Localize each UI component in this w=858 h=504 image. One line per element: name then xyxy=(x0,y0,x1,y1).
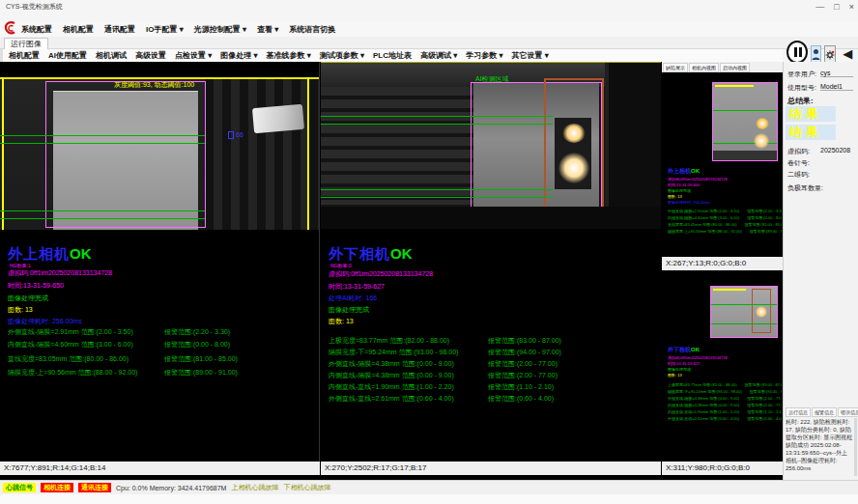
model-field[interactable]: Model1 xyxy=(820,83,853,91)
a: 报警范围:(2.00 - 77.00) xyxy=(747,403,782,407)
a: 报警范围:(1.10 - 2.10) xyxy=(747,409,782,414)
user-icon xyxy=(812,48,820,61)
thumb-measurement-row: 外侧直线-隔膜=2.91mm 范围:(2.00 - 3.50)报警范围:(2.2… xyxy=(668,209,782,213)
measurement-value: 外侧直线-隔膜=4.38mm 范围:(0.00 - 9.00) xyxy=(329,360,454,367)
tab-run-image[interactable]: 运行图像 xyxy=(4,38,48,49)
login-user-field[interactable]: cys xyxy=(820,70,853,77)
bottom-margin xyxy=(0,494,858,504)
measurement-row: 内侧直线-直线=1.90mm 范围:(1.00 - 2.20) 报警范围:(1.… xyxy=(329,382,638,392)
machine-base xyxy=(321,207,661,229)
camera-result-title: 外下相机OK xyxy=(329,245,413,264)
menu-io-config[interactable]: IO手配置 ▾ xyxy=(146,24,184,35)
menu-camera-config[interactable]: 相机配置 xyxy=(63,24,94,35)
upper-camera-image: 灰度阈值:93, 动态阈值:100 66 xyxy=(0,77,320,230)
thumb-elapsed: 图像处理耗时: 256.00ms xyxy=(668,200,780,205)
measurement-row: 上极宽度=83.77mm 范围:(82.00 - 88.00) 报警范围:(83… xyxy=(329,336,638,346)
thumb-count: 图数: 13 xyxy=(668,373,780,378)
tool-advanced-settings[interactable]: 高级设置 xyxy=(135,50,166,61)
thumbnail-upper-camera[interactable]: 外上相机OK 虚拟码:0ff1im20250208133134728 时间:13… xyxy=(662,72,783,257)
tab-defect-display[interactable]: 缺陷展示 xyxy=(663,63,688,72)
thumb-threshold-label xyxy=(713,289,746,291)
tool-baseline-params[interactable]: 基准线参数 ▾ xyxy=(267,50,311,61)
tool-camera-debug[interactable]: 相机调试 xyxy=(96,50,127,61)
machine-column xyxy=(605,62,661,229)
measurement-value: 隔膜宽度-下=95.24mm 范围:(93.00 - 98.00) xyxy=(329,349,458,355)
log-scrollbar[interactable] xyxy=(854,418,857,476)
alarm-range: 报警范围:(1.10 - 2.10) xyxy=(488,382,554,392)
camera-connect-badge: 相机连接 xyxy=(41,483,73,492)
thumb-measurement-row: 直线宽度=83.05mm 范围:(80.00 - 86.00)报警范围:(81.… xyxy=(668,222,782,227)
menu-light-config[interactable]: 光源控制配置 ▾ xyxy=(194,24,246,35)
a: 报警范围:(81.00 - 85.00) xyxy=(744,222,782,227)
tool-spotcheck-settings[interactable]: 点检设置 ▾ xyxy=(175,50,212,61)
machine-slats xyxy=(321,87,473,205)
log-tab-alarm[interactable]: 报警信息 xyxy=(812,407,837,417)
toolbar: 相机配置 AI使用配置 相机调试 高级设置 点检设置 ▾ 图像处理 ▾ 基准线参… xyxy=(0,49,783,62)
close-button[interactable]: × xyxy=(849,0,854,14)
viewport-lower-camera[interactable]: AI检测区域 外下相机OK NG数量:0 虚拟码:0ff1im202502081… xyxy=(321,62,661,462)
thumb-status: 图像处理完成 xyxy=(668,188,780,193)
measure-line xyxy=(321,197,553,198)
reference-line-top xyxy=(321,62,661,63)
ng-count: NG数量:0 xyxy=(330,263,352,268)
pause-button[interactable] xyxy=(786,41,808,64)
tool-learning-params[interactable]: 学习参数 ▾ xyxy=(466,50,502,61)
thumbnail-tabs: 缺陷展示 相机内视图 启动内视图 xyxy=(662,62,783,72)
camera-name: 外上相机 xyxy=(668,168,691,174)
image-background-bands xyxy=(205,77,320,230)
m: 直线宽度=83.05mm 范围:(80.00 - 86.00) xyxy=(668,222,736,227)
tool-plc-address[interactable]: PLC地址表 xyxy=(373,50,412,61)
hand-left-icon: ◀ xyxy=(843,44,852,64)
tool-ai-config[interactable]: AI使用配置 xyxy=(48,50,87,61)
menu-system-config[interactable]: 系统配置 xyxy=(21,24,52,35)
viewport-upper-camera[interactable]: 灰度阈值:93, 动态阈值:100 66 外上相机OK NG数量:1 虚拟码:0… xyxy=(0,62,320,462)
weld-glow xyxy=(754,133,769,149)
qr-code-label: 二维码: xyxy=(787,170,810,180)
tool-image-processing[interactable]: 图像处理 ▾ xyxy=(220,50,257,61)
time-text: 时间:13-31-59-627 xyxy=(329,282,385,292)
upper-camera-coords: X:7677;Y:891;R:14;G:14;B:14 xyxy=(0,462,320,475)
result-box-upper: 结果 xyxy=(786,106,836,122)
tool-other-settings[interactable]: 其它设置 ▾ xyxy=(512,50,549,61)
alarm-range: 报警范围:(0.00 - 8.00) xyxy=(164,340,230,350)
alarm-range: 报警范围:(0.60 - 4.00) xyxy=(488,394,554,404)
thumb-measurement-row: 外侧直线-隔膜=4.38mm 范围:(0.00 - 9.00)报警范围:(2.0… xyxy=(668,396,782,401)
camera-name: 外下相机 xyxy=(329,245,390,262)
measure-line xyxy=(713,110,777,111)
tool-advanced-debug[interactable]: 高级调试 ▾ xyxy=(420,50,457,61)
thumb-measurement-row: 内侧直线-隔膜=4.60mm 范围:(3.00 - 6.00)报警范围:(0.0… xyxy=(668,215,782,220)
window-title: CYS-视觉检测系统 xyxy=(6,2,63,12)
measurement-row: 内侧直线-隔膜=4.60mm 范围:(3.00 - 6.00) 报警范围:(0.… xyxy=(8,340,317,350)
camera-name: 外上相机 xyxy=(8,245,70,262)
thumb-measurement-row: 上极宽度=83.77mm 范围:(82.00 - 88.00)报警范围:(83.… xyxy=(668,382,782,387)
tab-camera-view[interactable]: 相机内视图 xyxy=(689,63,719,72)
menu-language[interactable]: 系统语言切换 xyxy=(289,24,335,35)
measure-line xyxy=(0,210,205,211)
exit-button[interactable]: ◀ xyxy=(839,44,856,64)
thumbnail-lower-camera[interactable]: 外下相机OK 虚拟码:0ff1im20250208133134728 时间:13… xyxy=(662,270,783,462)
minimize-button[interactable]: — xyxy=(815,0,824,14)
measure-line xyxy=(321,116,553,117)
tool-test-params[interactable]: 测试项参数 ▾ xyxy=(320,50,364,61)
status-bar: 心跳信号 相机连接 通讯连接 Cpu: 0.0% Memory: 3424.41… xyxy=(0,480,858,494)
result-ok: OK xyxy=(691,347,700,352)
maximize-button[interactable]: □ xyxy=(834,0,839,14)
sidebar: 登录用户: cys 使用型号: Model1 总结果: 结果 结果 虚拟码: 2… xyxy=(783,62,858,480)
window-controls: — □ × xyxy=(815,0,854,14)
result-ok: OK xyxy=(70,245,92,262)
result-ok: OK xyxy=(691,168,700,174)
time-text: 时间:13-31-59-650 xyxy=(8,281,64,291)
thumb-measurement-row: 内侧直线-直线=1.90mm 范围:(1.00 - 2.20)报警范围:(1.1… xyxy=(668,409,782,414)
ai-detect-box xyxy=(544,78,604,211)
tab-start-view[interactable]: 启动内视图 xyxy=(720,63,750,72)
log-tab-error[interactable]: 错误信息 xyxy=(838,407,858,417)
log-tab-run[interactable]: 运行信息 xyxy=(786,407,811,417)
tool-camera-config[interactable]: 相机配置 xyxy=(9,50,40,61)
marker-label: 66 xyxy=(228,131,243,139)
menu-comm-config[interactable]: 通讯配置 xyxy=(104,24,135,35)
menu-view[interactable]: 查看 ▾ xyxy=(257,24,278,35)
roi-box-pink xyxy=(45,81,206,228)
measurement-value: 隔膜宽度-上=90.56mm 范围:(88.00 - 92.00) xyxy=(8,369,137,376)
measure-line xyxy=(0,135,205,136)
login-user-label: 登录用户: xyxy=(787,70,816,79)
